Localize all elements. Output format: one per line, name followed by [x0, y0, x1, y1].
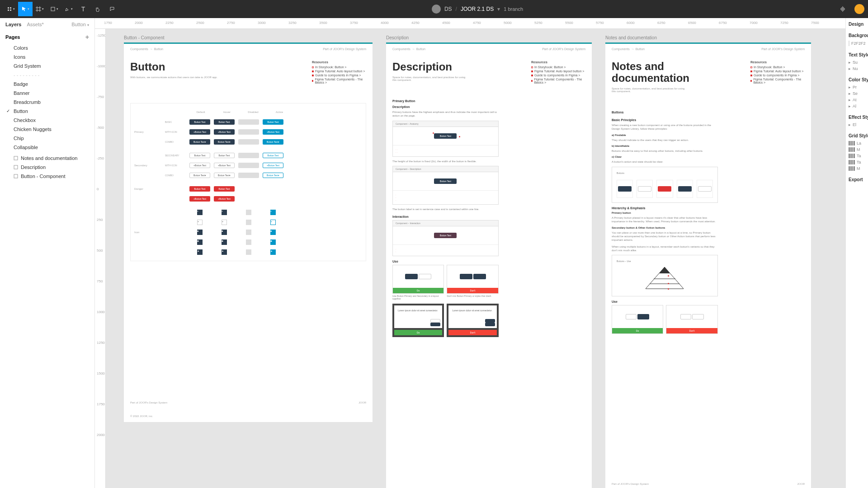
svg-rect-3: [10, 9, 11, 11]
right-panel: Design Background F2F2F2 Text Styles ▸ S…: [845, 18, 868, 488]
move-tool-button[interactable]: ▾: [18, 2, 33, 16]
add-page-button[interactable]: +: [85, 33, 89, 41]
page-item[interactable]: Icons: [0, 52, 94, 61]
page-item[interactable]: Banner: [0, 89, 94, 98]
svg-marker-15: [659, 267, 670, 273]
frame-notes[interactable]: Notes and documentation Components→Butto…: [605, 42, 811, 488]
main-toolbar: ▾ ▾ ▾ ▾ ▾ T DS / JOOR 2.1 DS ▾ 1 branch: [0, 0, 868, 18]
svg-rect-1: [10, 7, 11, 9]
user-avatar[interactable]: [854, 4, 864, 14]
ruler-horizontal: 1750200022502500275030003250350037504000…: [95, 18, 845, 29]
ruler-vertical: -1250-1000-750-500-250025050075010001250…: [95, 29, 106, 488]
figma-menu-button[interactable]: ▾: [4, 2, 18, 16]
design-tab[interactable]: Design: [849, 22, 865, 27]
svg-rect-11: [14, 174, 18, 178]
page-item[interactable]: Chicken Nuggets: [0, 125, 94, 134]
page-item[interactable]: Badge: [0, 80, 94, 89]
svg-rect-2: [8, 9, 9, 11]
svg-rect-10: [14, 165, 18, 169]
layer-item[interactable]: Button - Component: [0, 172, 94, 181]
frame-title: Button: [130, 61, 298, 73]
page-item[interactable]: Checkbox: [0, 116, 94, 125]
frame-description[interactable]: Description Components→Button Part of JO…: [386, 42, 592, 488]
frame-button-component[interactable]: Button - Component Components→Button Par…: [124, 42, 373, 422]
page-item-current[interactable]: Button: [0, 107, 94, 116]
assets-tab[interactable]: Assets*: [27, 22, 43, 27]
frame-tool-button[interactable]: ▾: [33, 2, 47, 16]
layer-item[interactable]: Notes and documentation: [0, 154, 94, 163]
bg-color[interactable]: F2F2F2: [849, 41, 865, 46]
comment-tool-button[interactable]: [105, 2, 119, 16]
branch-label[interactable]: 1 branch: [504, 6, 523, 12]
page-item[interactable]: Grid System: [0, 61, 94, 70]
pages-header: Pages: [5, 34, 20, 40]
layers-tab[interactable]: Layers: [5, 22, 21, 27]
page-item[interactable]: - - - - - - - - -: [0, 70, 94, 80]
pages-list: Colors Icons Grid System - - - - - - - -…: [0, 43, 94, 152]
svg-rect-9: [14, 156, 18, 160]
page-item[interactable]: Collapsible: [0, 143, 94, 152]
team-avatar[interactable]: [432, 5, 441, 14]
shape-tool-button[interactable]: ▾: [47, 2, 61, 16]
page-item[interactable]: Breadcrumb: [0, 98, 94, 107]
export-section[interactable]: Export: [849, 177, 865, 182]
frame-label[interactable]: Button - Component: [124, 35, 165, 40]
audio-icon[interactable]: [835, 2, 850, 16]
layer-item[interactable]: Description: [0, 163, 94, 172]
svg-rect-0: [8, 7, 9, 9]
text-tool-button[interactable]: T: [76, 2, 90, 16]
project-name[interactable]: DS: [444, 6, 452, 12]
hand-tool-button[interactable]: [90, 2, 105, 16]
page-item[interactable]: Colors: [0, 43, 94, 52]
pen-tool-button[interactable]: ▾: [61, 2, 76, 16]
canvas[interactable]: 1750200022502500275030003250350037504000…: [95, 18, 845, 488]
frame-label[interactable]: Description: [386, 35, 409, 40]
file-name[interactable]: JOOR 2.1 DS: [461, 6, 494, 12]
page-item[interactable]: Chip: [0, 134, 94, 143]
svg-rect-8: [51, 7, 55, 11]
page-selector[interactable]: Button ▾: [71, 22, 89, 27]
left-panel: Layers Assets* Button ▾ Pages + Colors I…: [0, 18, 95, 488]
frame-label[interactable]: Notes and documentation: [605, 35, 657, 40]
